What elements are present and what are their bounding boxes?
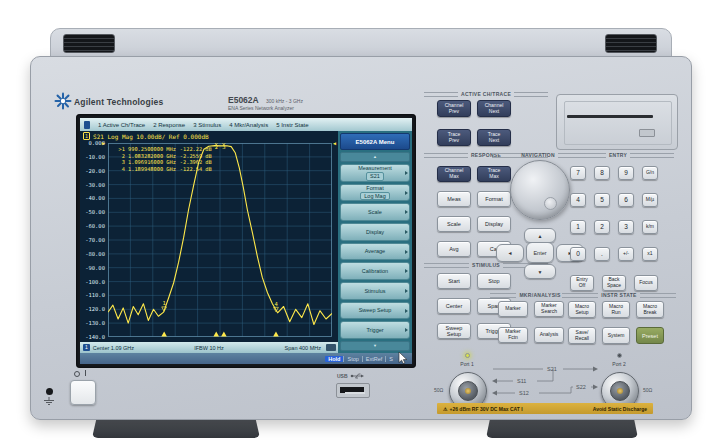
marker-fctn-button[interactable]: Marker Fctn	[498, 327, 528, 343]
y-axis-label: -10.00	[80, 154, 105, 160]
softkey-menu-header: E5062A Menu	[340, 133, 410, 150]
softkey-arrow-icon	[405, 309, 408, 313]
softkey-format[interactable]: Format Log Mag	[340, 184, 410, 202]
key-x1[interactable]: x1	[642, 247, 658, 261]
vent-grille-left	[63, 34, 115, 53]
softkey-scale[interactable]: Scale	[340, 203, 410, 221]
menu-stimulus[interactable]: 3 Stimulus	[193, 122, 221, 128]
key-0[interactable]: 0	[570, 247, 586, 261]
channel-next-button[interactable]: Channel Next	[477, 100, 511, 117]
key-6[interactable]: 6	[618, 193, 634, 207]
analysis-button[interactable]: Analysis	[534, 327, 564, 343]
trace-prev-button[interactable]: Trace Prev	[437, 129, 471, 146]
key-9[interactable]: 9	[618, 166, 634, 180]
menu-response[interactable]: 2 Response	[153, 122, 185, 128]
menu-instr-state[interactable]: 5 Instr State	[276, 122, 308, 128]
key-mega-micro[interactable]: M/µ	[642, 193, 658, 207]
floppy-slot[interactable]	[567, 115, 653, 118]
key-plus-minus[interactable]: +/-	[618, 247, 634, 261]
key-decimal[interactable]: .	[594, 247, 610, 261]
mouse-cursor-icon	[398, 352, 408, 364]
system-button[interactable]: System	[602, 327, 630, 344]
arrow-left-button[interactable]: ◄	[496, 244, 524, 262]
key-2[interactable]: 2	[594, 220, 610, 234]
key-giga-nano[interactable]: G/n	[642, 166, 658, 180]
avg-button[interactable]: Avg	[437, 241, 471, 257]
softkey-trigger[interactable]: Trigger	[340, 321, 410, 339]
status-extref: ExtRef	[362, 356, 386, 362]
sweep-setup-button[interactable]: Sweep Setup	[437, 323, 471, 339]
display-button[interactable]: Display	[477, 216, 511, 232]
power-button[interactable]	[70, 380, 96, 405]
port1-label: Port 1	[452, 361, 482, 367]
y-axis-label: -90.00	[80, 265, 105, 271]
rotary-knob[interactable]	[510, 160, 570, 220]
preset-button[interactable]: Preset	[636, 327, 664, 344]
svg-text:4: 4	[274, 301, 278, 307]
marker-search-button[interactable]: Marker Search	[534, 301, 564, 317]
start-button[interactable]: Start	[437, 273, 471, 289]
enter-button[interactable]: Enter	[526, 242, 554, 263]
key-kilo-milli[interactable]: k/m	[642, 220, 658, 234]
y-axis-label: -100.0	[80, 279, 105, 285]
warning-strip: ⚠ +26 dBm RF 30V DC Max CAT I Avoid Stat…	[437, 403, 653, 414]
key-3[interactable]: 3	[618, 220, 634, 234]
softkey-stimulus[interactable]: Stimulus	[340, 282, 410, 300]
key-5[interactable]: 5	[594, 193, 610, 207]
y-axis-label: -30.00	[80, 182, 105, 188]
trace-next-button[interactable]: Trace Next	[477, 129, 511, 146]
y-axis-label: -20.00	[80, 168, 105, 174]
softkey-calibration[interactable]: Calibration	[340, 262, 410, 280]
softkey-scroll-up[interactable]: ▲	[340, 152, 410, 162]
key-4[interactable]: 4	[570, 193, 586, 207]
floppy-drive	[556, 94, 678, 150]
marker-row: 31.096916000 GHz-2.3962 dB	[116, 159, 212, 166]
arrow-up-button[interactable]: ▲	[524, 228, 556, 243]
macro-setup-button[interactable]: Macro Setup	[568, 301, 596, 318]
brand-name: Agilent Technologies	[74, 97, 163, 107]
scale-button[interactable]: Scale	[437, 216, 471, 232]
trace-max-button[interactable]: Trace Max	[477, 166, 511, 182]
warning-icon: ⚠	[443, 406, 447, 412]
instr-state-keys: Macro Setup Macro Run Macro Break Save/ …	[568, 301, 664, 344]
focus-button[interactable]: Focus	[634, 275, 658, 291]
channel-prev-button[interactable]: Channel Prev	[437, 100, 471, 117]
center-button[interactable]: Center	[437, 298, 471, 314]
stop-button[interactable]: Stop	[477, 273, 511, 289]
meas-button[interactable]: Meas	[437, 191, 471, 207]
softkey-display[interactable]: Display	[340, 223, 410, 241]
plot-area: 0.000-10.00-20.00-30.00-40.00-50.00-60.0…	[80, 141, 338, 342]
key-7[interactable]: 7	[570, 166, 586, 180]
response-dark-keys: Channel Max Trace Max	[437, 166, 511, 182]
status-hold: Hold	[325, 356, 343, 362]
back-space-button[interactable]: Back Space	[602, 275, 626, 291]
channel-max-button[interactable]: Channel Max	[437, 166, 471, 182]
key-8[interactable]: 8	[594, 166, 610, 180]
macro-run-button[interactable]: Macro Run	[602, 301, 630, 318]
menu-active-ch-trace[interactable]: 1 Active Ch/Trace	[98, 122, 145, 128]
softkey-arrow-icon	[405, 191, 408, 195]
trace-label: S21 Log Mag 10.00dB/ Ref 0.000dB	[93, 133, 209, 140]
usb-port	[336, 383, 370, 398]
ground-terminal	[46, 388, 53, 395]
entry-off-button[interactable]: Entry Off	[570, 275, 594, 291]
arrow-down-button[interactable]: ▼	[524, 264, 556, 279]
softkey-average[interactable]: Average	[340, 243, 410, 261]
marker-row: 21.083282000 GHz-2.2559 dB	[116, 153, 212, 160]
key-1[interactable]: 1	[570, 220, 586, 234]
softkey-scroll-down[interactable]: ▼	[340, 341, 410, 351]
format-button[interactable]: Format	[477, 191, 511, 207]
floppy-eject-button[interactable]	[639, 129, 655, 137]
marker-button[interactable]: Marker	[498, 301, 528, 317]
macro-break-button[interactable]: Macro Break	[636, 301, 664, 318]
softkey-sweep-setup[interactable]: Sweep Setup	[340, 302, 410, 320]
power-on-icon	[85, 370, 86, 376]
softkey-measurement[interactable]: Measurement S21	[340, 164, 410, 182]
section-instr-state: INSTR STATE	[562, 292, 676, 298]
menu-mkr-analysis[interactable]: 4 Mkr/Analysis	[229, 122, 268, 128]
warning-text: +26 dBm RF 30V DC Max CAT I	[449, 406, 522, 412]
softkey-measurement-value: S21	[366, 172, 384, 180]
usb-label: USB	[337, 373, 348, 379]
trace-status-line: 1 S21 Log Mag 10.00dB/ Ref 0.000dB	[80, 131, 338, 141]
save-recall-button[interactable]: Save/ Recall	[568, 327, 596, 344]
